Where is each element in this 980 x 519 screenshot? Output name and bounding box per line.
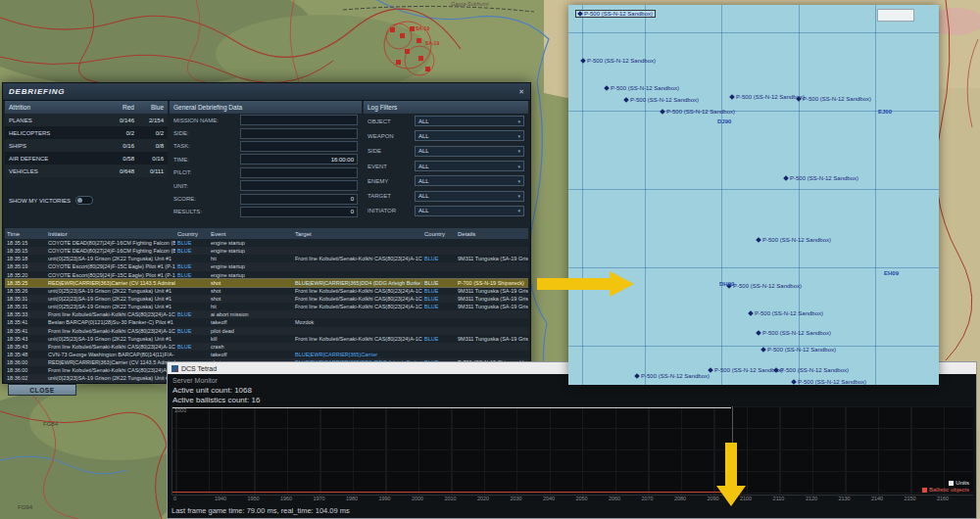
missile-icon [756,330,761,336]
close-button[interactable]: CLOSE [8,384,76,396]
window-title: DCS Tetrad [181,365,217,372]
missile-label-text: P-500 (SS-N-12 Sandbox) [630,97,699,103]
log-row[interactable]: 18:35:19COYOTE Escort(80|29|24)F-15C Eag… [5,262,528,270]
missile-track-label[interactable]: P-500 (SS-N-12 Sandbox) [581,58,656,64]
attrition-red-count: 0/2 [105,130,134,136]
log-filter-dropdown[interactable]: ALL▾ [415,130,524,141]
general-data-value [240,180,358,191]
log-time: 18:36:00 [5,359,46,365]
general-data-header-bar: General Debriefing Data [170,101,362,114]
log-filter-label: EVENT [368,164,387,169]
log-row[interactable]: 18:35:31unit(0|22|23)SA-19 Grison (2K22 … [5,295,528,303]
screen: FG84FG94SA-19SA-19Gagra-Sukhumi DEBRIEFI… [0,0,980,519]
log-initiator: unit(0|25|23)SA-19 Grison (2K22 Tunguska… [46,288,175,294]
log-row[interactable]: 18:35:41Front line Kobuleti/Senaki-Kolkh… [5,327,528,335]
missile-track-label[interactable]: P-500 (SS-N-12 Sandbox) [784,175,858,181]
show-my-victories-row: SHOW MY VICTORIES [9,196,93,205]
log-initiator: CVN-73 George Washington BARCAP(80|14|11… [46,352,175,357]
missile-track-label[interactable]: P-500 (SS-N-12 Sandbox) [774,367,849,373]
log-row[interactable]: 18:35:48CVN-73 George Washington BARCAP(… [5,351,528,358]
missile-track-label[interactable]: P-500 (SS-N-12 Sandbox) [709,367,783,373]
log-initiator: unit(0|25|23)SA-19 Grison (2K22 Tunguska… [46,256,175,261]
missile-icon [748,310,754,316]
log-time: 18:35:31 [5,296,46,302]
missile-track-label[interactable]: P-500 (SS-N-12 Sandbox) [749,310,823,316]
log-filter-row: ENEMYALL▾ [364,173,528,188]
log-initiator: COYOTE Escort(80|29|24)F-15C Eagle) Pilo… [46,272,175,278]
chevron-down-icon: ▾ [517,208,520,213]
attrition-row: HELICOPTERS0/20/2 [5,126,168,139]
missile-icon [577,11,583,17]
log-target: Front line Kobuleti/Senaki-Kolkhi CAS(80… [293,304,422,309]
legend-label: Units [956,480,969,486]
general-data-table: MISSION NAME:SIDE:TASK:TIME:16:00:00PILO… [170,114,362,218]
missile-label-text: P-500 (SS-N-12 Sandbox) [798,379,866,385]
log-details: 9M311 Tunguska (SA-19 Grison) [456,288,528,294]
general-data-value [240,167,358,178]
show-my-victories-toggle[interactable] [75,196,93,205]
log-filter-dropdown[interactable]: ALL▾ [415,116,524,126]
map-grid-square-label: EH09 [884,270,899,276]
general-data-label: TASK: [173,143,190,149]
log-initiator: Beslan BARCAP(0|121|28)Su-30 Flanker-C) … [46,319,175,325]
log-filter-dropdown[interactable]: ALL▾ [415,146,524,157]
general-data-row: TIME:16:00:00 [170,153,362,165]
x-axis-tick-label: 1940 [215,495,226,501]
missile-track-label[interactable]: P-500 (SS-N-12 Sandbox) [727,283,802,289]
log-row[interactable]: 18:35:15COYOTE DEAD(80|27|24)F-16CM Figh… [5,239,528,247]
show-my-victories-label: SHOW MY VICTORIES [9,198,71,204]
log-filter-dropdown[interactable]: ALL▾ [415,161,524,171]
log-row[interactable]: 18:35:43unit(0|25|23)SA-19 Grison (2K22 … [5,335,528,343]
log-initiator: COYOTE Escort(80|29|24)F-15C Eagle) Pilo… [46,263,175,269]
map-panel[interactable]: P-500 (SS-N-12 Sandbox)P-500 (SS-N-12 Sa… [568,5,939,385]
log-row[interactable]: 18:35:18unit(0|25|23)SA-19 Grison (2K22 … [5,255,528,262]
log-row[interactable]: 18:35:43Front line Kobuleti/Senaki-Kolkh… [5,343,528,351]
missile-track-label[interactable]: P-500 (SS-N-12 Sandbox) [575,10,656,18]
chevron-down-icon: ▾ [517,118,520,124]
log-row[interactable]: 18:35:31unit(0|25|23)SA-19 Grison (2K22 … [5,303,528,310]
missile-track-label[interactable]: P-500 (SS-N-12 Sandbox) [761,347,836,353]
log-initiator: COYOTE DEAD(80|27|24)F-16CM Fighting Fal… [46,240,175,246]
general-data-row: MISSION NAME: [170,114,362,126]
toggle-knob [77,198,82,203]
general-data-value: 0 [240,194,358,205]
log-time: 18:35:25 [5,280,46,286]
missile-icon [729,94,735,100]
log-row[interactable]: 18:35:33Front line Kobuleti/Senaki-Kolkh… [5,310,528,318]
missile-track-label[interactable]: P-500 (SS-N-12 Sandbox) [757,237,831,243]
close-icon[interactable]: ✕ [518,88,524,96]
missile-track-label[interactable]: P-500 (SS-N-12 Sandbox) [661,109,735,115]
log-row[interactable]: 18:35:26unit(0|25|23)SA-19 Grison (2K22 … [5,287,528,295]
x-axis-tick-label: 2160 [937,495,949,501]
attrition-blue-count: 2/154 [134,118,164,123]
log-country: BLUE [175,328,209,334]
log-row[interactable]: 18:35:25RED|EWR|CARRIER|363)Carrier (CV … [5,279,528,287]
log-initiator: RED|EWR|CARRIER|363)Carrier (CV 1143.5 A… [46,359,175,365]
log-row[interactable]: 18:35:20COYOTE Escort(80|29|24)F-15C Eag… [5,271,528,279]
log-filter-dropdown[interactable]: ALL▾ [415,206,524,216]
missile-track-label[interactable]: P-500 (SS-N-12 Sandbox) [635,373,710,379]
log-row[interactable]: 18:35:41Beslan BARCAP(0|121|28)Su-30 Fla… [5,318,528,326]
log-filters-table: OBJECTALL▾WEAPONALL▾SIDEALL▾EVENTALL▾ENE… [364,114,528,218]
log-initiator: Front line Kobuleti/Senaki-Kolkhi CAS(80… [46,311,175,317]
log-table-header: TimeInitiatorCountryEventTargetCountryDe… [5,228,528,239]
log-row[interactable]: 18:35:15COYOTE DEAD(80|27|24)F-16CM Figh… [5,247,528,255]
missile-track-label[interactable]: P-500 (SS-N-12 Sandbox) [730,94,805,100]
general-data-row: SIDE: [170,126,362,139]
log-country: BLUE [422,280,456,286]
log-filter-dropdown[interactable]: ALL▾ [415,191,524,202]
log-country: BLUE [422,256,456,261]
missile-track-label[interactable]: P-500 (SS-N-12 Sandbox) [624,97,699,103]
missile-track-label[interactable]: P-500 (SS-N-12 Sandbox) [797,96,871,102]
missile-track-label[interactable]: P-500 (SS-N-12 Sandbox) [605,85,679,91]
map-grid-square-label: DH99 [719,281,734,287]
missile-track-label[interactable]: P-500 (SS-N-12 Sandbox) [792,379,866,385]
server-monitor-body: Server Monitor Active unit count: 1068 A… [168,374,976,518]
chevron-down-icon: ▾ [517,148,520,154]
general-data-row: RESULTS:0 [170,206,362,218]
missile-label-text: P-500 (SS-N-12 Sandbox) [666,109,735,115]
missile-track-label[interactable]: P-500 (SS-N-12 Sandbox) [757,330,831,336]
legend-swatch [949,481,954,486]
log-filter-dropdown[interactable]: ALL▾ [415,175,524,186]
log-country: BLUE [175,344,209,350]
